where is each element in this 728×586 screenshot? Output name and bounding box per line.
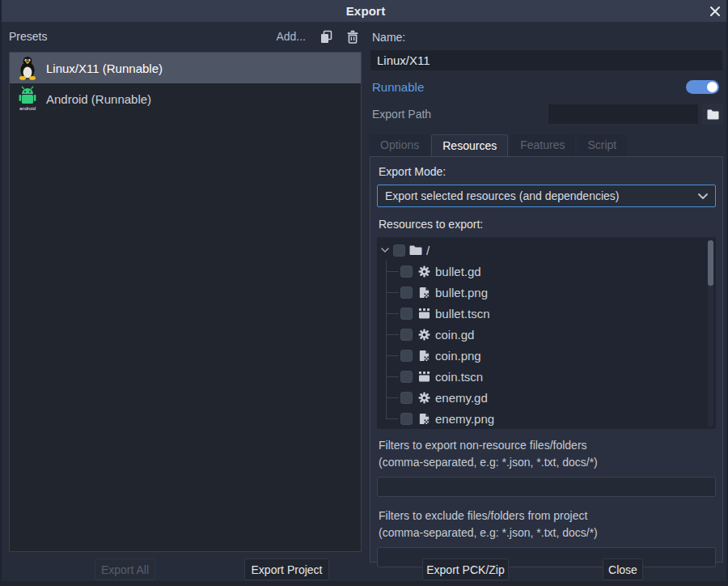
tree-item-label: coin.tscn <box>435 370 483 384</box>
tree-item-file[interactable]: enemy.gd <box>377 387 716 408</box>
toggle-knob <box>707 82 717 92</box>
export-all-button[interactable]: Export All <box>95 558 155 580</box>
tree-item-label: bullet.png <box>435 286 488 299</box>
chevron-down-icon <box>698 193 708 199</box>
include-filters-input[interactable] <box>377 477 716 497</box>
dialog-title: Export <box>346 4 386 18</box>
duplicate-icon[interactable] <box>319 29 334 45</box>
gdscript-gear-icon <box>417 391 430 404</box>
presets-panel: Presets Add... <box>9 25 362 552</box>
export-pck-zip-button[interactable]: Export PCK/Zip <box>422 558 509 580</box>
name-label: Name: <box>372 31 723 44</box>
folder-icon <box>707 109 719 120</box>
preset-item-label: Android (Runnable) <box>46 92 151 106</box>
include-filters-label: Filters to export non-resource files/fol… <box>379 437 716 454</box>
packed-scene-icon <box>417 370 430 383</box>
export-settings-panel: Name: Runnable Export Path Options Resou… <box>370 25 723 563</box>
tree-item-label: / <box>426 244 430 257</box>
svg-text:android: android <box>19 106 35 111</box>
exclude-filters-hint: (comma-separated, e.g: *.json, *.txt, do… <box>379 524 716 541</box>
checkbox[interactable] <box>393 244 405 257</box>
image-file-icon <box>417 349 430 362</box>
tree-item-label: enemy.gd <box>435 391 488 405</box>
image-file-icon <box>417 412 430 425</box>
close-button[interactable]: Close <box>603 558 643 580</box>
tab-resources[interactable]: Resources <box>431 134 508 156</box>
trash-icon[interactable] <box>345 29 360 45</box>
tree-item-file[interactable]: coin.gd <box>377 324 716 345</box>
name-input[interactable] <box>370 49 723 71</box>
export-project-button[interactable]: Export Project <box>244 558 329 580</box>
checkbox[interactable] <box>400 371 413 383</box>
image-file-icon <box>417 286 430 299</box>
checkbox[interactable] <box>400 329 413 341</box>
export-mode-value: Export selected resources (and dependenc… <box>385 189 620 202</box>
checkbox[interactable] <box>400 287 413 299</box>
presets-label: Presets <box>9 30 47 43</box>
resources-tab-panel: Export Mode: Export selected resources (… <box>370 156 723 563</box>
android-robot-icon: android <box>16 86 38 113</box>
titlebar: Export <box>2 0 728 22</box>
folder-icon <box>409 244 422 257</box>
close-icon[interactable] <box>707 3 723 19</box>
export-path-label: Export Path <box>372 108 548 121</box>
preset-list: Linux/X11 (Runnable) android Android (Ru… <box>9 52 362 552</box>
tree-item-file[interactable]: bullet.png <box>377 282 716 303</box>
tab-bar: Options Resources Features Script <box>370 134 723 156</box>
linux-tux-icon <box>16 55 38 82</box>
tree-item-file[interactable]: bullet.tscn <box>377 303 716 324</box>
checkbox[interactable] <box>400 350 413 362</box>
tree-item-file[interactable]: coin.tscn <box>377 366 716 387</box>
browse-path-button[interactable] <box>702 104 723 125</box>
exclude-filters-label: Filters to exclude files/folders from pr… <box>379 507 716 524</box>
presets-header: Presets Add... <box>9 25 362 48</box>
add-preset-button[interactable]: Add... <box>276 30 306 43</box>
window-bottom-edge <box>2 581 726 586</box>
gdscript-gear-icon <box>417 265 430 278</box>
checkbox[interactable] <box>400 392 413 404</box>
tree-item-root[interactable]: / <box>377 240 716 261</box>
export-path-input[interactable] <box>548 104 699 125</box>
resources-tree-label: Resources to export: <box>379 218 716 231</box>
tree-item-file[interactable]: enemy.png <box>377 408 716 429</box>
tree-item-label: bullet.tscn <box>435 307 490 321</box>
export-dialog: { "titlebar": { "title": "Export" }, "pr… <box>0 0 728 586</box>
runnable-toggle[interactable] <box>686 80 719 94</box>
tree-item-file[interactable]: bullet.gd <box>377 261 716 282</box>
tree-item-label: bullet.gd <box>435 265 481 278</box>
packed-scene-icon <box>417 307 430 320</box>
resources-tree: / bullet.gd bullet.png <box>377 237 716 429</box>
tab-options[interactable]: Options <box>370 134 430 156</box>
gdscript-gear-icon <box>417 328 430 341</box>
tree-item-label: coin.gd <box>435 328 474 342</box>
tree-item-label: enemy.png <box>435 412 494 426</box>
tree-scrollbar[interactable] <box>708 240 713 427</box>
scrollbar-thumb[interactable] <box>708 240 713 286</box>
export-mode-label: Export Mode: <box>379 165 716 178</box>
preset-item-android[interactable]: android Android (Runnable) <box>10 83 361 114</box>
checkbox[interactable] <box>400 308 413 320</box>
runnable-label: Runnable <box>372 80 424 94</box>
export-mode-dropdown[interactable]: Export selected resources (and dependenc… <box>377 185 716 207</box>
preset-item-linux-x11[interactable]: Linux/X11 (Runnable) <box>10 53 361 83</box>
tree-item-label: coin.png <box>435 349 481 363</box>
tree-item-file[interactable]: coin.png <box>377 345 716 366</box>
checkbox[interactable] <box>400 413 413 425</box>
include-filters-hint: (comma-separated, e.g: *.json, *.txt, do… <box>379 454 716 471</box>
tab-features[interactable]: Features <box>510 134 575 156</box>
checkbox[interactable] <box>400 265 413 278</box>
preset-item-label: Linux/X11 (Runnable) <box>46 62 163 75</box>
expand-chevron-icon[interactable] <box>381 248 389 253</box>
tab-script[interactable]: Script <box>577 134 627 156</box>
